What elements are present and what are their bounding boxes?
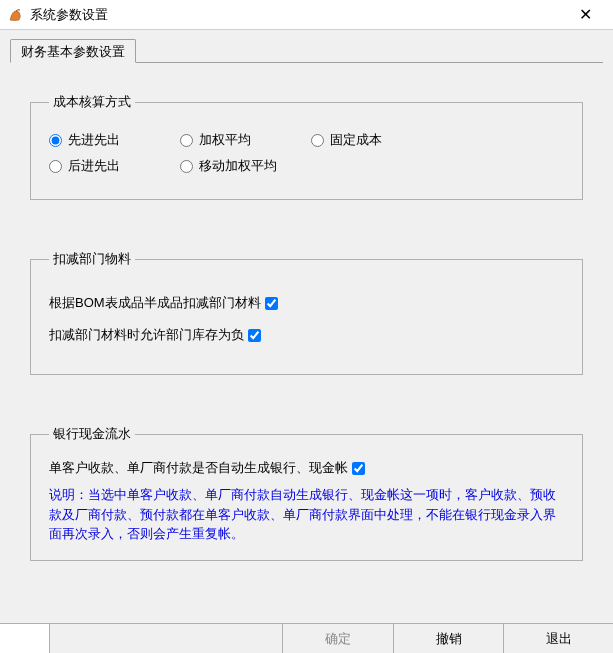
- titlebar: 系统参数设置 ✕: [0, 0, 613, 30]
- radio-fixed-label: 固定成本: [330, 131, 382, 149]
- group-deduct-legend: 扣减部门物料: [49, 250, 135, 268]
- close-icon[interactable]: ✕: [565, 5, 605, 24]
- radio-moving-input[interactable]: [180, 160, 193, 173]
- window-title: 系统参数设置: [30, 6, 565, 24]
- group-bank-legend: 银行现金流水: [49, 425, 135, 443]
- radio-weighted-label: 加权平均: [199, 131, 251, 149]
- check-bom-deduct[interactable]: 根据BOM表成品半成品扣减部门材料: [49, 294, 564, 312]
- radio-moving[interactable]: 移动加权平均: [180, 157, 277, 175]
- radio-lifo-label: 后进先出: [68, 157, 120, 175]
- radio-fixed-input[interactable]: [311, 134, 324, 147]
- ok-button[interactable]: 确定: [283, 624, 393, 653]
- bottom-spacer: [50, 624, 283, 653]
- group-bank-cash: 银行现金流水 单客户收款、单厂商付款是否自动生成银行、现金帐 说明：当选中单客户…: [30, 425, 583, 561]
- check-auto-bank[interactable]: 单客户收款、单厂商付款是否自动生成银行、现金帐: [49, 459, 564, 477]
- bank-note-text: 说明：当选中单客户收款、单厂商付款自动生成银行、现金帐这一项时，客户收款、预收款…: [49, 485, 564, 544]
- tab-finance-basic[interactable]: 财务基本参数设置: [10, 39, 136, 63]
- bottom-left-block: [0, 624, 50, 653]
- radio-fifo-label: 先进先出: [68, 131, 120, 149]
- check-allow-negative-input[interactable]: [248, 329, 261, 342]
- radio-lifo-input[interactable]: [49, 160, 62, 173]
- cancel-button[interactable]: 撤销: [393, 624, 503, 653]
- check-bom-deduct-label: 根据BOM表成品半成品扣减部门材料: [49, 294, 261, 312]
- group-deduct-material: 扣减部门物料 根据BOM表成品半成品扣减部门材料 扣减部门材料时允许部门库存为负: [30, 250, 583, 375]
- check-bom-deduct-input[interactable]: [265, 297, 278, 310]
- radio-lifo[interactable]: 后进先出: [49, 157, 120, 175]
- check-allow-negative-label: 扣减部门材料时允许部门库存为负: [49, 326, 244, 344]
- app-icon: [8, 7, 24, 23]
- tab-page: 成本核算方式 先进先出 加权平均 固定成本 后进先出: [10, 62, 603, 591]
- radio-fifo-input[interactable]: [49, 134, 62, 147]
- radio-fifo[interactable]: 先进先出: [49, 131, 120, 149]
- radio-moving-label: 移动加权平均: [199, 157, 277, 175]
- radio-weighted-input[interactable]: [180, 134, 193, 147]
- group-cost-legend: 成本核算方式: [49, 93, 135, 111]
- bottom-toolbar: 确定 撤销 退出: [0, 623, 613, 653]
- content-area: 财务基本参数设置 成本核算方式 先进先出 加权平均 固定成本: [0, 30, 613, 622]
- check-allow-negative[interactable]: 扣减部门材料时允许部门库存为负: [49, 326, 564, 344]
- check-auto-bank-input[interactable]: [352, 462, 365, 475]
- tab-strip: 财务基本参数设置: [10, 38, 603, 62]
- check-auto-bank-label: 单客户收款、单厂商付款是否自动生成银行、现金帐: [49, 459, 348, 477]
- radio-weighted[interactable]: 加权平均: [180, 131, 251, 149]
- group-cost-method: 成本核算方式 先进先出 加权平均 固定成本 后进先出: [30, 93, 583, 200]
- radio-fixed[interactable]: 固定成本: [311, 131, 382, 149]
- exit-button[interactable]: 退出: [503, 624, 613, 653]
